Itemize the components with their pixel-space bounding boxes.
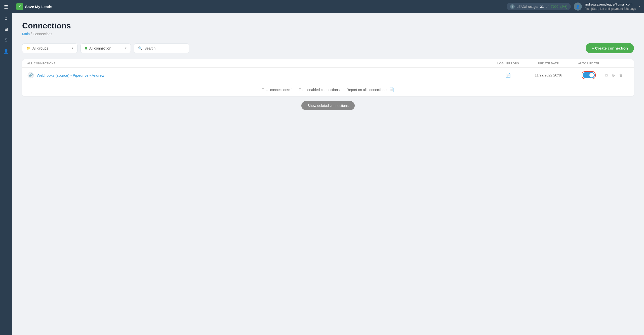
connection-status-dot: [85, 47, 87, 50]
connection-link[interactable]: Webhooks (source) - Pipedrive - Andrew: [37, 73, 104, 77]
leads-percent: (2%): [560, 5, 567, 9]
leads-usage-label: LEADS usage:: [517, 5, 538, 9]
sidebar-item-home[interactable]: ⌂: [1, 13, 11, 23]
leads-current: 31: [540, 5, 544, 9]
connection-chevron-icon: ▾: [125, 47, 127, 50]
user-email: andrewsavemyleads@gmail.com: [584, 2, 636, 7]
col-header-update-date: UPDATE DATE: [523, 62, 574, 65]
total-connections: Total connections: 1: [262, 88, 293, 92]
breadcrumb-main-link[interactable]: Main: [22, 32, 30, 36]
groups-filter[interactable]: 📁 All groups ▾: [22, 44, 77, 53]
home-icon: ⌂: [5, 16, 8, 21]
info-icon: i: [510, 4, 515, 9]
billing-icon: $: [5, 38, 7, 43]
update-date-cell: 11/27/2022 20:36: [523, 73, 574, 77]
groups-chevron-icon: ▾: [72, 47, 73, 50]
search-icon: 🔍: [138, 46, 142, 50]
report-label: Report on all connections:: [347, 88, 387, 92]
search-input[interactable]: [144, 46, 185, 50]
user-plan: Plan |Start| left until payment 386 days: [584, 7, 636, 11]
breadcrumb-current: Connections: [33, 32, 52, 36]
app-name: Save My Leads: [25, 5, 52, 9]
auto-update-cell: [574, 71, 604, 79]
col-header-all-connections: ALL CONNECTIONS: [27, 62, 493, 65]
groups-filter-label: All groups: [32, 46, 70, 50]
breadcrumb-separator: /: [30, 32, 33, 36]
svg-text:🔗: 🔗: [29, 73, 33, 77]
profile-icon: 👤: [4, 49, 9, 54]
chevron-down-icon: ▾: [638, 5, 640, 8]
delete-button[interactable]: 🗑: [618, 72, 624, 78]
leads-usage-badge: i LEADS usage: 31 of 2'000 (2%): [507, 3, 571, 10]
leads-separator: of: [546, 5, 548, 9]
main-container: ✓ Save My Leads i LEADS usage: 31 of 2'0…: [12, 0, 644, 335]
report-file-icon[interactable]: 📄: [389, 87, 394, 92]
sidebar-item-menu[interactable]: ☰: [1, 2, 11, 12]
user-info[interactable]: 👤 andrewsavemyleads@gmail.com Plan |Star…: [574, 2, 640, 11]
webhook-icon: 🔗: [27, 72, 34, 79]
show-deleted-button[interactable]: Show deleted connections: [301, 101, 354, 110]
toggle-knob: [589, 73, 594, 77]
settings-button[interactable]: ⚙: [611, 72, 616, 79]
log-errors-cell: 📄: [493, 72, 523, 78]
breadcrumb: Main / Connections: [22, 32, 634, 36]
create-connection-button[interactable]: + Create connection: [586, 43, 634, 53]
app-logo[interactable]: ✓ Save My Leads: [16, 3, 52, 10]
sidebar-item-integrations[interactable]: ⊞: [1, 24, 11, 34]
sidebar: ☰ ⌂ ⊞ $ 👤: [0, 0, 12, 335]
page-title: Connections: [22, 21, 634, 30]
sidebar-item-billing[interactable]: $: [1, 35, 11, 45]
total-enabled-connections: Total enabled connections:: [299, 88, 341, 92]
avatar: 👤: [574, 3, 582, 11]
connection-name-cell: 🔗 Webhooks (source) - Pipedrive - Andrew: [27, 72, 493, 79]
content-area: Connections Main / Connections 📁 All gro…: [12, 13, 644, 335]
leads-total: 2'000: [550, 5, 558, 9]
copy-button[interactable]: ⧉: [604, 72, 609, 78]
sidebar-item-profile[interactable]: 👤: [1, 46, 11, 56]
auto-update-toggle[interactable]: [583, 72, 595, 78]
auto-update-toggle-wrapper: [582, 71, 596, 79]
row-actions-cell: ⧉ ⚙ 🗑: [604, 72, 629, 79]
topnav: ✓ Save My Leads i LEADS usage: 31 of 2'0…: [12, 0, 644, 13]
table-footer: Total connections: 1 Total enabled conne…: [22, 83, 634, 96]
filters-row: 📁 All groups ▾ All connection ▾ 🔍 + Crea…: [22, 43, 634, 53]
col-header-log-errors: LOG / ERRORS: [493, 62, 523, 65]
table-row: 🔗 Webhooks (source) - Pipedrive - Andrew…: [22, 68, 634, 83]
connections-table: ALL CONNECTIONS LOG / ERRORS UPDATE DATE…: [22, 59, 634, 96]
table-header: ALL CONNECTIONS LOG / ERRORS UPDATE DATE…: [22, 59, 634, 68]
user-details: andrewsavemyleads@gmail.com Plan |Start|…: [584, 2, 636, 11]
integrations-icon: ⊞: [5, 27, 8, 32]
menu-icon: ☰: [4, 4, 8, 10]
folder-icon: 📁: [26, 46, 30, 50]
search-box: 🔍: [134, 44, 189, 53]
connection-filter-label: All connection: [89, 46, 123, 50]
connection-filter[interactable]: All connection ▾: [80, 44, 131, 53]
col-header-auto-update: AUTO UPDATE: [574, 62, 604, 65]
show-deleted-wrapper: Show deleted connections: [22, 101, 634, 110]
logo-icon: ✓: [16, 3, 23, 10]
log-file-icon[interactable]: 📄: [505, 73, 511, 78]
